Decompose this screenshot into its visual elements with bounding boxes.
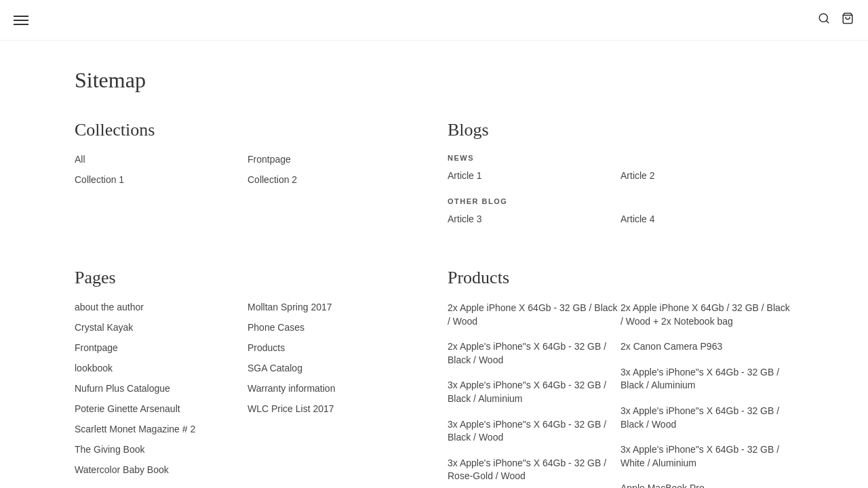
collection-link[interactable]: All (75, 154, 248, 165)
articles-col: Article 2 (620, 170, 793, 190)
blog-category-label: OTHER BLOG (448, 197, 793, 205)
page-link[interactable]: Scarlett Monet Magazine # 2 (75, 424, 248, 434)
page-link[interactable]: Poterie Ginette Arsenault (75, 403, 248, 414)
pages-col1: about the authorCrystal KayakFrontpagelo… (75, 302, 248, 485)
products-section: Products 2x Apple iPhone X 64Gb - 32 GB … (448, 268, 793, 488)
products-col1: 2x Apple iPhone X 64Gb - 32 GB / Black /… (448, 302, 620, 488)
products-heading: Products (448, 268, 793, 288)
collection-link[interactable]: Collection 2 (248, 174, 420, 185)
product-link[interactable]: 3x Apple's iPhone"s X 64Gb - 32 GB / Bla… (448, 418, 620, 445)
articles-row: Article 1Article 2 (448, 170, 793, 190)
product-link[interactable]: 3x Apple's iPhone"s X 64Gb - 32 GB / Bla… (620, 405, 793, 431)
product-link[interactable]: 2x Apple's iPhone"s X 64Gb - 32 GB / Bla… (448, 340, 620, 367)
page-link[interactable]: about the author (75, 302, 248, 312)
blogs-section: Blogs NEWSArticle 1Article 2OTHER BLOGAr… (448, 120, 793, 241)
header-left (14, 16, 28, 25)
svg-line-1 (826, 20, 828, 22)
blogs-container: NEWSArticle 1Article 2OTHER BLOGArticle … (448, 154, 793, 234)
collections-heading: Collections (75, 120, 420, 140)
articles-col: Article 4 (620, 214, 793, 234)
pages-heading: Pages (75, 268, 420, 288)
page-link[interactable]: Warranty information (248, 383, 420, 394)
collections-col1: AllCollection 1 (75, 154, 248, 195)
product-link[interactable]: 3x Apple's iPhone"s X 64Gb - 32 GB / Whi… (620, 443, 793, 470)
collection-link[interactable]: Frontpage (248, 154, 420, 165)
search-button[interactable] (818, 12, 830, 28)
page-link[interactable]: The Giving Book (75, 444, 248, 455)
page-link[interactable]: Nufurn Plus Catalogue (75, 383, 248, 394)
page-link[interactable]: Phone Cases (248, 322, 420, 333)
page-link[interactable]: Watercolor Baby Book (75, 464, 248, 475)
product-link[interactable]: 2x Apple iPhone X 64Gb / 32 GB / Black /… (620, 302, 793, 328)
collections-columns: AllCollection 1 FrontpageCollection 2 (75, 154, 420, 195)
page-link[interactable]: Frontpage (75, 342, 248, 353)
page-link[interactable]: WLC Price List 2017 (248, 403, 420, 414)
collections-col2: FrontpageCollection 2 (248, 154, 420, 195)
cart-button[interactable] (841, 12, 854, 28)
page-link[interactable]: lookbook (75, 363, 248, 373)
header-right (818, 12, 854, 28)
article-link[interactable]: Article 3 (448, 214, 620, 224)
product-link[interactable]: 3x Apple's iPhone"s X 64Gb - 32 GB / Bla… (448, 379, 620, 405)
pages-section: Pages about the authorCrystal KayakFront… (75, 268, 420, 488)
product-link[interactable]: 3x Apple's iPhone"s X 64Gb - 32 GB / Bla… (620, 366, 793, 392)
top-row: Collections AllCollection 1 FrontpageCol… (75, 120, 793, 241)
pages-col2: Molltan Spring 2017Phone CasesProductsSG… (248, 302, 420, 485)
articles-col: Article 3 (448, 214, 620, 234)
products-col2: 2x Apple iPhone X 64Gb / 32 GB / Black /… (620, 302, 793, 488)
main-content: Sitemap Collections AllCollection 1 Fron… (61, 41, 807, 488)
product-link[interactable]: 2x Apple iPhone X 64Gb - 32 GB / Black /… (448, 302, 620, 328)
page-title: Sitemap (75, 68, 793, 93)
product-link[interactable]: 2x Canon Camera P963 (620, 340, 793, 354)
collection-link[interactable]: Collection 1 (75, 174, 248, 185)
blog-category-label: NEWS (448, 154, 793, 162)
page-link[interactable]: Crystal Kayak (75, 322, 248, 333)
articles-col: Article 1 (448, 170, 620, 190)
header (0, 0, 868, 41)
articles-row: Article 3Article 4 (448, 214, 793, 234)
page-link[interactable]: SGA Catalog (248, 363, 420, 373)
product-link[interactable]: 3x Apple's iPhone"s X 64Gb - 32 GB / Ros… (448, 457, 620, 483)
collections-section: Collections AllCollection 1 FrontpageCol… (75, 120, 420, 241)
blogs-heading: Blogs (448, 120, 793, 140)
page-link[interactable]: Products (248, 342, 420, 353)
products-columns: 2x Apple iPhone X 64Gb - 32 GB / Black /… (448, 302, 793, 488)
bottom-row: Pages about the authorCrystal KayakFront… (75, 268, 793, 488)
article-link[interactable]: Article 4 (620, 214, 793, 224)
article-link[interactable]: Article 2 (620, 170, 793, 181)
article-link[interactable]: Article 1 (448, 170, 620, 181)
pages-columns: about the authorCrystal KayakFrontpagelo… (75, 302, 420, 485)
hamburger-menu-icon[interactable] (14, 16, 28, 25)
page-link[interactable]: Molltan Spring 2017 (248, 302, 420, 312)
product-link[interactable]: Apple MacBook Pro (620, 482, 793, 488)
